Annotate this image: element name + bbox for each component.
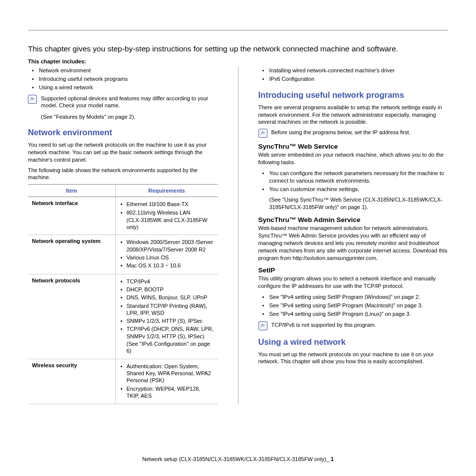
row-label: Wireless security bbox=[28, 359, 115, 404]
req-subline: (See "IPv6 Configuration" on page 6) bbox=[120, 340, 214, 355]
list-item: See "IPv4 setting using SetIP Program (M… bbox=[269, 301, 449, 310]
section-programs: Introducing useful network programs bbox=[258, 90, 449, 100]
content-columns: Network environment Introducing useful n… bbox=[28, 66, 448, 404]
wired-desc: You must set up the network protocols on… bbox=[258, 351, 449, 366]
env-para1: You need to set up the network protocols… bbox=[28, 141, 218, 164]
note-icon bbox=[28, 95, 37, 104]
chapter-intro: This chapter gives you step-by-step inst… bbox=[28, 44, 448, 53]
setip-desc: This utility program allows you to selec… bbox=[258, 275, 449, 290]
note-text: Supported optional devices and features … bbox=[41, 95, 218, 110]
footer-text: Network setup (CLX-3185N/CLX-3185WK/CLX-… bbox=[142, 456, 329, 462]
toc-right: Installing wired network-connected machi… bbox=[258, 66, 449, 83]
syncweb-list: You can configure the network parameters… bbox=[258, 169, 449, 194]
sub-syncthru-admin: SyncThru™ Web Admin Service bbox=[258, 216, 449, 224]
req-item: SNMPv 1/2/3, HTTP (S), IPSec bbox=[127, 317, 214, 325]
toc-item: Installing wired network-connected machi… bbox=[269, 66, 449, 75]
column-divider bbox=[238, 66, 238, 404]
toc-item: Network environment bbox=[39, 66, 218, 75]
req-item: Ethernet 10/100 Base-TX bbox=[127, 200, 214, 208]
req-subline: (CLX-3185WK and CLX-3185FW only) bbox=[120, 217, 214, 231]
sub-setip: SetIP bbox=[258, 266, 449, 274]
req-item: Windows 2000/Server 2003 /Server 2008/XP… bbox=[127, 238, 214, 253]
list-item: See "IPv4 setting using SetIP Program (W… bbox=[269, 293, 449, 301]
section-network-environment: Network environment bbox=[28, 128, 218, 137]
row-value: Authentication: Open System, Shared Key,… bbox=[115, 359, 218, 404]
toc-item: Using a wired network bbox=[39, 83, 218, 92]
list-item: You can configure the network parameters… bbox=[269, 169, 449, 185]
row-value: Ethernet 10/100 Base-TX 802.11b/n/g Wire… bbox=[115, 197, 218, 235]
note-subtext: (See "Features by Models" on page 2). bbox=[41, 113, 218, 121]
list-item: See "IPv4 setting using SetIP Program (L… bbox=[269, 310, 449, 318]
row-value: Windows 2000/Server 2003 /Server 2008/XP… bbox=[115, 235, 218, 274]
req-item: Mac OS X 10.3 ~ 10.6 bbox=[127, 261, 214, 269]
note-text: TCP/IPv6 is not supported by this progra… bbox=[271, 321, 376, 329]
table-row: Network interface Ethernet 10/100 Base-T… bbox=[28, 197, 218, 235]
list-item: You can customize machine settings. bbox=[269, 185, 449, 194]
requirements-table: Item Requirements Network interface Ethe… bbox=[28, 184, 218, 404]
req-item: TCP/IPv6 (DHCP, DNS, RAW, LPR, SNMPv 1/2… bbox=[127, 325, 214, 340]
toc-left: Network environment Introducing useful n… bbox=[28, 66, 218, 92]
table-row: Network protocols TCP/IPv4 DHCP, BOOTP D… bbox=[28, 274, 218, 359]
note-block: TCP/IPv6 is not supported by this progra… bbox=[258, 321, 449, 330]
right-column: Installing wired network-connected machi… bbox=[258, 66, 449, 404]
includes-label: This chapter includes: bbox=[28, 58, 448, 64]
note-block: Supported optional devices and features … bbox=[28, 95, 218, 110]
sub-syncthru-web: SyncThru™ Web Service bbox=[258, 143, 449, 150]
req-item: Standard TCP/IP Printing (RAW), LPR, IPP… bbox=[127, 302, 214, 317]
req-item: Various Linux OS bbox=[127, 253, 214, 261]
row-value: TCP/IPv4 DHCP, BOOTP DNS, WINS, Bonjour,… bbox=[115, 274, 218, 359]
req-item: TCP/IPv4 bbox=[127, 277, 214, 285]
row-label: Network operating system bbox=[28, 235, 115, 274]
req-item: DNS, WINS, Bonjour, SLP, UPnP bbox=[127, 293, 214, 301]
note-block: Before using the programs below, set the… bbox=[258, 129, 449, 138]
programs-intro: There are several programs available to … bbox=[258, 104, 449, 126]
note-icon bbox=[258, 129, 267, 138]
env-para2: The following table shows the network en… bbox=[28, 167, 218, 182]
left-column: Network environment Introducing useful n… bbox=[28, 66, 218, 404]
syncweb-sub: (See "Using SyncThru™ Web Service (CLX-3… bbox=[258, 196, 449, 211]
page-number: 1 bbox=[331, 456, 334, 462]
table-row: Wireless security Authentication: Open S… bbox=[28, 359, 218, 404]
req-item: Encryption: WEP64, WEP128, TKIP, AES bbox=[127, 385, 214, 400]
toc-item: Introducing useful network programs bbox=[39, 75, 218, 83]
page-footer: Network setup (CLX-3185N/CLX-3185WK/CLX-… bbox=[0, 456, 476, 462]
syncadmin-desc: Web-based machine management solution fo… bbox=[258, 225, 449, 261]
req-item: 802.11b/n/g Wireless LAN bbox=[127, 209, 214, 217]
toc-item: IPv6 Configuration bbox=[269, 75, 449, 83]
row-label: Network protocols bbox=[28, 274, 115, 359]
top-rule bbox=[28, 30, 448, 30]
section-wired: Using a wired network bbox=[258, 337, 449, 347]
req-item: Authentication: Open System, Shared Key,… bbox=[127, 362, 214, 385]
table-row: Network operating system Windows 2000/Se… bbox=[28, 235, 218, 274]
setip-list: See "IPv4 setting using SetIP Program (W… bbox=[258, 293, 449, 318]
req-item: DHCP, BOOTP bbox=[127, 285, 214, 293]
syncweb-desc: Web server embedded on your network mach… bbox=[258, 151, 449, 166]
th-item: Item bbox=[28, 185, 115, 197]
note-icon bbox=[258, 321, 267, 330]
th-requirements: Requirements bbox=[115, 185, 218, 197]
note-text: Before using the programs below, set the… bbox=[271, 129, 411, 136]
row-label: Network interface bbox=[28, 197, 115, 235]
